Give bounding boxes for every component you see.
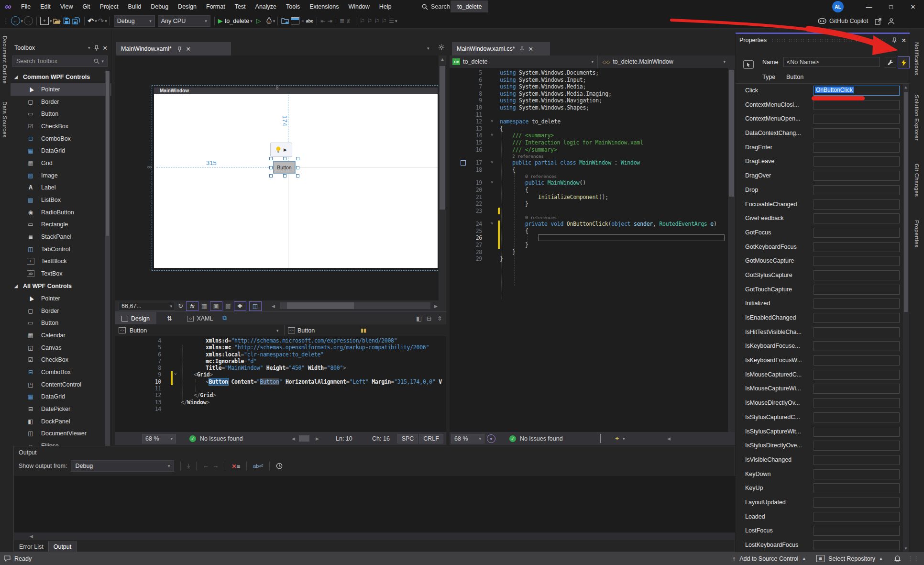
event-handler-input[interactable] [814, 143, 900, 153]
back-dropdown[interactable]: ▾ [21, 19, 23, 23]
health-indicator-icon[interactable]: ✓ [509, 435, 516, 442]
show-annotations-icon[interactable]: ◫ [249, 301, 262, 311]
toolbox-item-image[interactable]: ▨Image [11, 169, 111, 182]
menu-view[interactable]: View [55, 0, 78, 13]
close-icon[interactable]: ✕ [186, 45, 191, 53]
split-horizontal-icon[interactable]: ⊟ [427, 315, 431, 322]
event-handler-input[interactable] [814, 242, 900, 252]
menu-tools[interactable]: Tools [281, 0, 305, 13]
csharp-editor[interactable]: 5using System.Windows.Documents;6using S… [450, 68, 728, 433]
new-project-icon[interactable]: + [40, 17, 49, 25]
solution-name-badge[interactable]: to_delete [451, 0, 488, 12]
tab-mainwindow-xaml-cs[interactable]: MainWindow.xaml.cs* ✕ [452, 42, 550, 55]
inheritance-margin-icon[interactable] [461, 160, 466, 166]
spell-check-icon[interactable]: abc [306, 19, 314, 23]
start-without-debug-icon[interactable]: ▷ [256, 17, 261, 24]
solution-explorer-icon[interactable] [281, 18, 289, 24]
event-handler-input[interactable] [814, 100, 900, 110]
event-handler-input[interactable] [814, 270, 900, 280]
zoom-level-dropdown[interactable]: 66,67...▾ [119, 302, 175, 310]
undo-dropdown[interactable]: ▾ [95, 19, 97, 23]
fold-toggle-icon[interactable]: ˅ [491, 132, 493, 139]
code-line[interactable]: 14˅/// <summary> [450, 132, 728, 139]
code-line[interactable]: 13</Window> [115, 399, 446, 406]
code-line[interactable]: 6xmlns:local="clr-namespace:to_delete" [115, 351, 446, 358]
effects-toggle-icon[interactable]: fx [186, 301, 198, 311]
menu-build[interactable]: Build [123, 0, 146, 13]
event-handler-input[interactable] [814, 384, 900, 394]
fold-toggle-icon[interactable]: ˅ [491, 179, 493, 186]
toolbox-item-datepicker[interactable]: ⊟DatePicker [11, 403, 111, 415]
event-handler-input[interactable] [814, 327, 900, 337]
code-line[interactable]: 17˅public partial class MainWindow : Win… [450, 159, 728, 166]
menu-edit[interactable]: Edit [35, 0, 55, 13]
toolbox-item-contentcontrol[interactable]: ◳ContentControl [11, 378, 111, 391]
pin-icon[interactable] [520, 46, 524, 52]
timestamp-icon[interactable] [276, 463, 283, 469]
csharp-zoom-dropdown[interactable]: 68 %▾ [451, 434, 484, 443]
toolbox-item-stackpanel[interactable]: ≣StackPanel [11, 231, 111, 243]
bell-icon[interactable] [894, 555, 901, 562]
close-icon[interactable]: ✕ [103, 44, 108, 52]
designed-button[interactable]: Button [274, 161, 295, 173]
design-surface[interactable]: MainWindow 174 315 ∞ ∞ ▶ Butt [115, 55, 446, 300]
toolbox-item-dockpanel[interactable]: ◧DockPanel [11, 415, 111, 428]
save-all-icon[interactable] [72, 17, 81, 24]
anchor-chain-left-icon[interactable]: ∞ [147, 163, 152, 170]
chevron-up-icon[interactable]: ▲ [802, 556, 806, 561]
menu-debug[interactable]: Debug [146, 0, 173, 13]
code-line[interactable]: 18{ [450, 166, 728, 174]
spaces-indicator[interactable]: SPC [397, 434, 418, 443]
save-icon[interactable] [63, 17, 70, 24]
event-handler-input[interactable] [814, 441, 900, 451]
toolbox-item-textbox[interactable]: abTextBox [11, 267, 111, 280]
hot-reload-dropdown[interactable]: ▾ [273, 19, 275, 23]
tab-design[interactable]: Design [115, 312, 156, 325]
pin-icon[interactable] [94, 45, 99, 51]
code-line[interactable]: 11 [450, 111, 728, 119]
bottom-tab-output[interactable]: Output [48, 541, 77, 553]
code-line[interactable]: 28} [450, 249, 728, 256]
undo-icon[interactable]: ↶ [88, 17, 94, 25]
event-handler-input[interactable] [814, 455, 900, 465]
xaml-zoom-dropdown[interactable]: 68 %▾ [142, 434, 176, 443]
toolbox-item-button[interactable]: ▭Button [11, 317, 111, 329]
toolbox-item-combobox[interactable]: ⊟ComboBox [11, 366, 111, 378]
toolbox-search-input[interactable]: Search Toolbox ▾ [12, 55, 108, 67]
feedback-icon[interactable] [4, 555, 11, 562]
tab-document-outline[interactable]: Document Outline [2, 36, 8, 84]
code-line[interactable]: 9˅<Grid> [115, 371, 446, 378]
fold-toggle-icon[interactable]: ˅ [491, 159, 493, 166]
toolbox-item-pointer[interactable]: ▶Pointer [11, 83, 111, 96]
expand-pane-icon[interactable]: ⇳ [437, 315, 442, 322]
toolbox-item-textblock[interactable]: TTextBlock [11, 255, 111, 268]
menu-extensions[interactable]: Extensions [305, 0, 343, 13]
toolbox-item-calendar[interactable]: ▦Calendar [11, 329, 111, 342]
code-line[interactable]: 23 [450, 208, 728, 215]
breadcrumb-element-left[interactable]: Button [130, 327, 147, 334]
code-line[interactable]: 24˅private void OnButtonClick(object sen… [450, 221, 728, 228]
toolbox-item-label[interactable]: ALabel [11, 182, 111, 194]
refresh-icon[interactable]: ↻ [178, 302, 183, 310]
toolbox-item-pointer[interactable]: ▶Pointer [11, 292, 111, 305]
toolbox-scrollbar[interactable] [105, 71, 110, 446]
popout-xaml-icon[interactable]: ⧉ [222, 315, 227, 322]
code-line[interactable]: 21InitializeComponent(); [450, 194, 728, 201]
xaml-editor[interactable]: 4xmlns:d="http://schemas.microsoft.com/e… [115, 336, 446, 433]
event-handler-input[interactable] [814, 299, 900, 309]
event-handler-input[interactable] [814, 341, 900, 351]
navigate-back-icon[interactable]: ← [11, 16, 20, 25]
code-line[interactable]: 14 [115, 406, 446, 412]
project-dropdown[interactable]: C# to_delete ▾ [450, 55, 598, 68]
menu-test[interactable]: Test [230, 0, 251, 13]
toolbox-header[interactable]: Toolbox ▾ ✕ [11, 42, 111, 54]
minimize-button[interactable]: — [858, 0, 880, 13]
output-content[interactable] [14, 476, 735, 532]
toolbox-item-datagrid[interactable]: ▦DataGrid [11, 144, 111, 157]
search-options-dropdown[interactable]: ▾ [101, 59, 104, 64]
toolbox-section-header[interactable]: ◢All WPF Controls [11, 280, 111, 292]
event-handler-input[interactable] [814, 412, 900, 422]
bottom-tab-error-list[interactable]: Error List [14, 541, 48, 553]
fold-toggle-icon[interactable]: ˅ [174, 371, 176, 377]
pin-icon[interactable] [892, 37, 897, 43]
